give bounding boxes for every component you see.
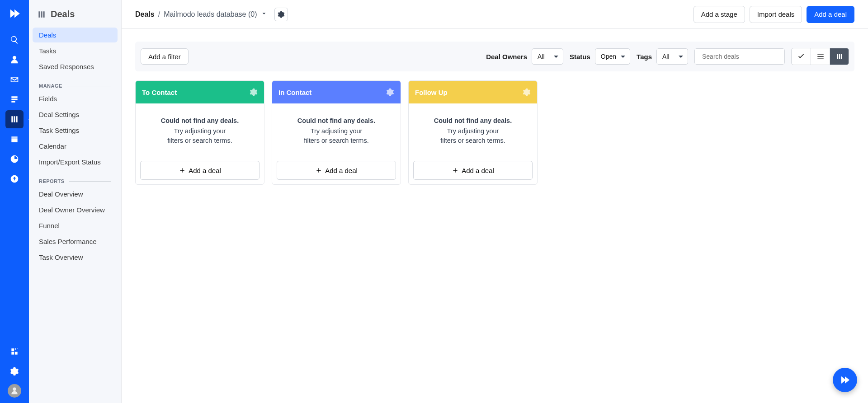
caret-down-icon (679, 56, 683, 60)
column-gear-icon[interactable] (250, 88, 258, 96)
plus-icon (315, 167, 322, 174)
breadcrumb-leaf[interactable]: Mailmodo leads database (0) (164, 10, 257, 19)
tags-label: Tags (637, 53, 652, 61)
filterbar: Add a filter Deal Owners All Status Open (135, 42, 854, 71)
deals-icon[interactable] (5, 110, 24, 128)
add-deal-button[interactable]: Add a deal (807, 6, 854, 23)
user-avatar[interactable] (8, 384, 21, 398)
sidebar-item-deals[interactable]: Deals (33, 28, 118, 42)
column-add-deal-button[interactable]: Add a deal (277, 161, 396, 180)
sidebar-item-task-settings[interactable]: Task Settings (33, 123, 118, 138)
import-deals-button[interactable]: Import deals (750, 6, 802, 23)
contacts-icon[interactable] (5, 51, 24, 69)
sidebar-item-task-overview[interactable]: Task Overview (33, 250, 118, 265)
settings-icon[interactable] (5, 362, 24, 380)
column-empty-state: Could not find any deals. Try adjusting … (272, 103, 401, 156)
column-header: Follow Up (409, 81, 537, 103)
app-logo[interactable] (5, 5, 24, 23)
breadcrumb: Deals / Mailmodo leads database (0) (135, 10, 267, 19)
section-reports: REPORTS (33, 170, 118, 187)
sidebar-item-tasks[interactable]: Tasks (33, 43, 118, 58)
sidebar-title-text: Deals (51, 9, 75, 19)
board: To Contact Could not find any deals. Try… (135, 80, 854, 185)
pipeline-settings-button[interactable] (274, 8, 288, 21)
apps-icon[interactable] (5, 342, 24, 361)
column-title: Follow Up (415, 89, 448, 96)
column-gear-icon[interactable] (386, 88, 394, 96)
sidebar-item-fields[interactable]: Fields (33, 91, 118, 106)
view-board-icon[interactable] (830, 48, 849, 65)
breadcrumb-root[interactable]: Deals (135, 10, 155, 19)
add-filter-button[interactable]: Add a filter (141, 48, 189, 65)
column-add-deal-button[interactable]: Add a deal (413, 161, 533, 180)
topbar: Deals / Mailmodo leads database (0) Add … (122, 0, 868, 29)
section-manage: MANAGE (33, 75, 118, 91)
sidebar-item-import-export[interactable]: Import/Export Status (33, 155, 118, 169)
sidebar-item-deal-settings[interactable]: Deal Settings (33, 107, 118, 122)
automation-icon[interactable] (5, 90, 24, 108)
sidebar-title: Deals (29, 5, 121, 28)
column-empty-state: Could not find any deals. Try adjusting … (136, 103, 264, 156)
caret-down-icon (554, 56, 558, 60)
search-deals-input-wrap[interactable] (694, 48, 785, 65)
view-check-icon[interactable] (792, 48, 811, 65)
sidebar-item-funnel[interactable]: Funnel (33, 218, 118, 233)
sidebar-item-saved-responses[interactable]: Saved Responses (33, 59, 118, 74)
sidebar-item-owner-overview[interactable]: Deal Owner Overview (33, 202, 118, 217)
column-title: To Contact (142, 89, 177, 96)
plus-icon (179, 167, 186, 174)
view-list-icon[interactable] (811, 48, 830, 65)
content: Add a filter Deal Owners All Status Open (122, 29, 868, 403)
view-toggle (791, 48, 849, 65)
sidebar: Deals Deals Tasks Saved Responses MANAGE… (29, 0, 122, 403)
calendar-icon[interactable] (5, 130, 24, 148)
add-stage-button[interactable]: Add a stage (693, 6, 745, 23)
main: Deals / Mailmodo leads database (0) Add … (122, 0, 868, 403)
sidebar-item-calendar[interactable]: Calendar (33, 139, 118, 154)
status-label: Status (570, 53, 590, 61)
column-header: In Contact (272, 81, 401, 103)
reports-icon[interactable] (5, 150, 24, 168)
column-empty-state: Could not find any deals. Try adjusting … (409, 103, 537, 156)
deal-owners-select[interactable]: All (532, 48, 563, 65)
board-column: Follow Up Could not find any deals. Try … (408, 80, 538, 185)
breadcrumb-caret-icon[interactable] (261, 10, 267, 19)
deal-owners-label: Deal Owners (486, 53, 527, 61)
sidebar-item-deal-overview[interactable]: Deal Overview (33, 187, 118, 202)
help-fab[interactable] (833, 368, 857, 392)
plus-icon (452, 167, 459, 174)
column-header: To Contact (136, 81, 264, 103)
board-column: To Contact Could not find any deals. Try… (135, 80, 264, 185)
column-add-deal-button[interactable]: Add a deal (140, 161, 259, 180)
mail-icon[interactable] (5, 70, 24, 89)
breadcrumb-separator: / (158, 10, 160, 19)
sidebar-item-sales-performance[interactable]: Sales Performance (33, 234, 118, 249)
caret-down-icon (621, 56, 625, 60)
upload-icon[interactable] (5, 170, 24, 188)
board-icon (37, 10, 46, 19)
column-gear-icon[interactable] (523, 88, 531, 96)
column-title: In Contact (278, 89, 311, 96)
board-column: In Contact Could not find any deals. Try… (272, 80, 401, 185)
status-select[interactable]: Open (595, 48, 630, 65)
tags-select[interactable]: All (656, 48, 688, 65)
icon-rail (0, 0, 29, 403)
search-icon[interactable] (5, 31, 24, 49)
search-deals-input[interactable] (702, 53, 781, 60)
